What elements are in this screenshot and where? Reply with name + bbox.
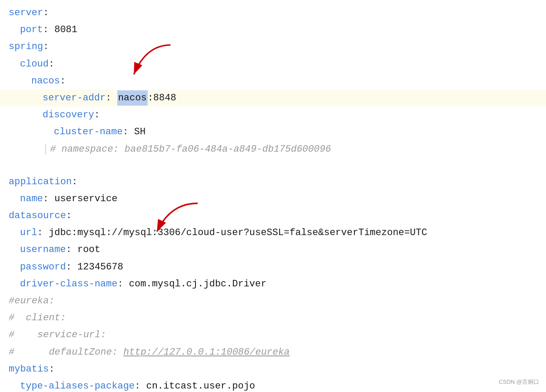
key-type-aliases-package: type-aliases-package [20, 379, 135, 392]
comment-eureka: #eureka: [9, 293, 55, 309]
line-comment-client: # client: [0, 309, 546, 326]
line-application: application: [0, 173, 546, 190]
line-comment-service-url: # service-url: [0, 326, 546, 343]
val-username: root [77, 242, 100, 257]
key-spring: spring [9, 39, 43, 54]
val-cluster-name: SH [134, 124, 146, 140]
line-comment-default-zone: # defaultZone: http://127.0.0.1:10086/eu… [0, 344, 546, 361]
key-cluster-name: cluster-name [54, 124, 122, 140]
key-discovery: discovery [43, 107, 94, 123]
key-datasource: datasource [9, 208, 66, 223]
line-password: password: 12345678 [0, 259, 546, 276]
val-url: jdbc:mysql://mysql:3306/cloud-user?useSS… [49, 225, 427, 240]
key-nacos: nacos [31, 73, 60, 89]
line-driver-class-name: driver-class-name: com.mysql.cj.jdbc.Dri… [0, 276, 546, 292]
val-port: 8081 [54, 22, 77, 37]
line-namespace-comment: │# namespace: bae815b7-fa06-484a-a849-db… [0, 141, 546, 158]
key-cloud: cloud [20, 56, 49, 72]
line-comment-eureka: #eureka: [0, 292, 546, 309]
key-username: username [20, 242, 66, 257]
line-url: url: jdbc:mysql://mysql:3306/cloud-user?… [0, 224, 546, 241]
key-url: url [20, 225, 37, 240]
line-nacos: nacos: [0, 73, 546, 90]
comment-default-zone-key: # defaultZone: [9, 345, 123, 360]
arrow-nacos [111, 43, 172, 82]
comment-service-url: # service-url: [9, 327, 106, 342]
key-server-addr: server-addr [43, 90, 106, 106]
comment-client: # client: [9, 310, 66, 326]
line-type-aliases-package: type-aliases-package: cn.itcast.user.poj… [0, 378, 546, 392]
line-mybatis: mybatis: [0, 361, 546, 378]
line-port: port: 8081 [0, 21, 546, 38]
line-name: name: userservice [0, 190, 546, 207]
key-driver-class-name: driver-class-name [20, 276, 117, 292]
code-block: server: port: 8081 spring: cloud: nacos:… [0, 0, 546, 392]
val-nacos-port: :8848 [148, 90, 176, 106]
watermark: CSDN @言炯口 [499, 378, 539, 387]
comment-namespace: # namespace: bae815b7-fa06-484a-a849-db1… [50, 142, 331, 157]
arrow-datasource [135, 201, 191, 236]
line-discovery: discovery: [0, 106, 546, 123]
line-username: username: root [0, 241, 546, 258]
line-cloud: cloud: [0, 56, 546, 73]
val-type-aliases-package: cn.itcast.user.pojo [146, 379, 255, 392]
val-nacos-highlight: nacos [117, 90, 148, 106]
key-name: name [20, 191, 43, 206]
key-server: server [9, 5, 43, 20]
line-spring: spring: [0, 38, 546, 55]
key-application: application [9, 174, 72, 189]
line-datasource: datasource: [0, 207, 546, 224]
val-password: 12345678 [77, 259, 123, 275]
val-driver-class-name: com.mysql.cj.jdbc.Driver [129, 276, 267, 292]
val-name: userservice [54, 191, 117, 206]
line-empty-1 [0, 158, 546, 173]
key-port: port [20, 22, 43, 37]
key-mybatis: mybatis [9, 362, 49, 377]
comment-default-zone-link: http://127.0.0.1:10086/eureka [123, 345, 290, 360]
line-server: server: [0, 4, 546, 21]
line-server-addr: server-addr: nacos:8848 [0, 90, 546, 106]
key-password: password [20, 259, 66, 275]
pipe-icon: │ [43, 142, 48, 157]
line-cluster-name: cluster-name: SH [0, 123, 546, 140]
